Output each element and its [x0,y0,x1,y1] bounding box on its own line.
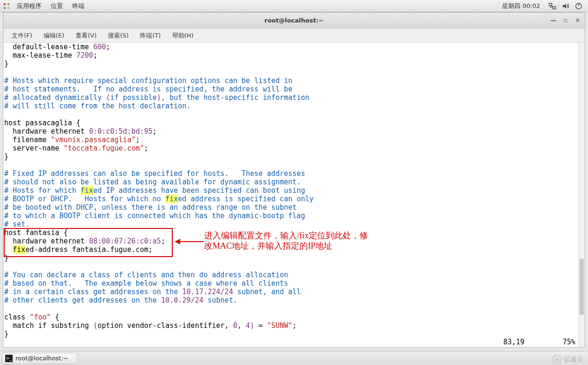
menu-search[interactable]: 搜索(S) [103,30,133,41]
terminal-icon: >_ [5,355,13,362]
svg-rect-4 [549,3,552,6]
scrollbar-thumb[interactable] [580,259,584,315]
watermark: ⟲ 亿速云 [552,355,583,364]
system-top-panel: 应用程序 位置 终端 星期四 00:02 [0,0,588,12]
terminal-content[interactable]: default-lease-time 600; max-lease-time 7… [3,43,578,347]
svg-rect-3 [8,7,9,9]
apps-menu[interactable]: 应用程序 [12,2,46,10]
menu-file[interactable]: 文件(F) [7,30,37,41]
svg-rect-5 [553,7,556,9]
terminal-scrollbar[interactable] [578,43,585,347]
clock[interactable]: 星期四 00:02 [502,2,540,10]
menu-help[interactable]: 帮助(H) [168,30,199,41]
svg-rect-2 [4,7,6,9]
window-titlebar[interactable]: root@localhost:~ — ▫ ✕ [3,13,585,29]
annotation-arrow [175,239,204,244]
svg-rect-1 [8,3,9,5]
terminal-window: root@localhost:~ — ▫ ✕ 文件(F) 编辑(E) 查看(V)… [3,12,585,348]
window-minimize-button[interactable]: — [549,16,557,24]
apps-menu-icon [3,2,10,10]
annotation-text: 进入编辑配置文件，输入/fix定位到此处，修改MAC地址，并输入指定的IP地址 [204,230,368,251]
window-title: root@localhost:~ [264,17,323,24]
watermark-text: 亿速云 [564,355,583,364]
vim-status-line: 83,19 75% [503,338,575,346]
power-icon[interactable] [574,2,583,10]
app-menubar: 文件(F) 编辑(E) 查看(V) 搜索(S) 终端(T) 帮助(H) [3,29,585,43]
svg-rect-0 [4,3,6,5]
taskbar-item-label: root@localhost:~ [15,355,69,362]
volume-icon[interactable] [561,2,570,10]
watermark-icon: ⟲ [552,355,562,364]
places-menu[interactable]: 位置 [46,2,68,10]
menu-view[interactable]: 查看(V) [71,30,101,41]
system-taskbar: >_ root@localhost:~ [0,351,588,365]
taskbar-item-terminal[interactable]: >_ root@localhost:~ [2,353,77,364]
window-maximize-button[interactable]: ▫ [561,16,570,24]
menu-edit[interactable]: 编辑(E) [39,30,69,41]
network-icon[interactable] [548,2,557,10]
terminal-menu[interactable]: 终端 [68,2,89,10]
annotation-highlight-box [4,228,173,257]
menu-terminal[interactable]: 终端(T) [135,30,165,41]
window-close-button[interactable]: ✕ [573,16,582,24]
